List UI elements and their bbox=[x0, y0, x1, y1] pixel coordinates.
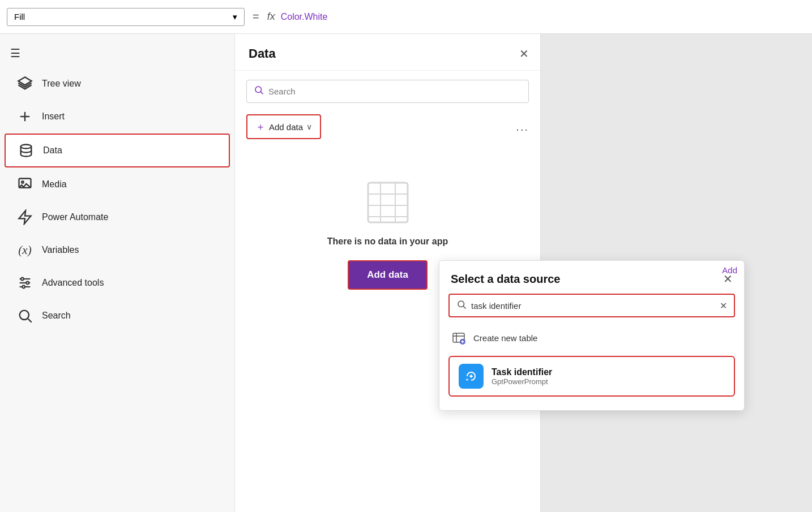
sidebar-item-label-data: Data bbox=[43, 145, 62, 156]
svg-point-12 bbox=[22, 286, 25, 289]
media-icon bbox=[17, 177, 33, 192]
add-data-large-button[interactable]: Add data bbox=[348, 260, 428, 290]
data-search-input[interactable] bbox=[268, 87, 522, 96]
select-source-search-container: ✕ bbox=[448, 294, 735, 317]
select-source-panel: Select a data source ✕ ✕ bbox=[439, 260, 745, 411]
sidebar-item-label-variables: Variables bbox=[42, 245, 79, 255]
task-identifier-icon bbox=[459, 364, 484, 389]
sidebar-item-power-automate[interactable]: Power Automate bbox=[5, 201, 230, 233]
add-data-chevron-icon: ∨ bbox=[306, 122, 312, 131]
data-search-icon bbox=[254, 85, 264, 98]
layers-icon bbox=[17, 76, 33, 92]
svg-text:(x): (x) bbox=[18, 243, 31, 257]
sidebar-item-advanced-tools[interactable]: Advanced tools bbox=[5, 267, 230, 299]
svg-line-14 bbox=[28, 319, 31, 322]
sidebar-item-data[interactable]: Data bbox=[5, 134, 230, 167]
svg-point-23 bbox=[458, 301, 464, 307]
data-panel-close-button[interactable]: ✕ bbox=[519, 47, 529, 61]
select-source-title: Select a data source bbox=[451, 273, 560, 286]
sidebar-item-variables[interactable]: (x) Variables bbox=[5, 234, 230, 266]
select-source-search-icon bbox=[456, 299, 467, 312]
formula-bar: Fill ▾ = fx Color.White bbox=[0, 0, 812, 34]
more-options-button[interactable]: ... bbox=[516, 121, 529, 134]
data-search-container bbox=[246, 80, 529, 103]
svg-point-15 bbox=[255, 87, 262, 93]
task-identifier-name: Task identifier bbox=[492, 367, 552, 377]
tools-icon bbox=[17, 275, 33, 291]
svg-point-3 bbox=[21, 145, 32, 149]
select-source-search-input[interactable] bbox=[471, 301, 720, 311]
task-identifier-result[interactable]: Task identifier GptPowerPrompt bbox=[448, 356, 735, 397]
variable-icon: (x) bbox=[17, 242, 33, 258]
fx-label: fx bbox=[267, 11, 275, 23]
create-table-label: Create new table bbox=[473, 333, 537, 343]
add-data-plus-icon: ＋ bbox=[255, 120, 266, 134]
svg-point-5 bbox=[22, 181, 24, 183]
sidebar-item-label-media: Media bbox=[42, 179, 67, 190]
sidebar-item-insert[interactable]: Insert bbox=[5, 101, 230, 132]
sidebar-item-label-insert: Insert bbox=[42, 111, 65, 122]
task-identifier-sub: GptPowerPrompt bbox=[492, 377, 552, 386]
property-dropdown[interactable]: Fill ▾ bbox=[7, 8, 245, 26]
formula-value[interactable]: Color.White bbox=[281, 12, 328, 22]
sidebar-item-search[interactable]: Search bbox=[5, 300, 230, 332]
cylinder-icon bbox=[18, 143, 34, 158]
add-data-dropdown-button[interactable]: ＋ Add data ∨ bbox=[246, 114, 321, 139]
equals-sign: = bbox=[253, 10, 259, 23]
sidebar-item-label-advanced-tools: Advanced tools bbox=[42, 278, 104, 288]
select-source-header: Select a data source ✕ bbox=[439, 261, 744, 294]
sidebar-item-label-tree-view: Tree view bbox=[42, 79, 81, 89]
svg-line-16 bbox=[260, 92, 263, 94]
svg-point-10 bbox=[21, 278, 24, 281]
lightning-icon bbox=[17, 209, 33, 225]
sidebar-item-media[interactable]: Media bbox=[5, 169, 230, 200]
svg-line-24 bbox=[463, 306, 465, 308]
svg-point-13 bbox=[20, 311, 29, 320]
add-data-label: Add data bbox=[269, 122, 303, 132]
hamburger-menu-icon[interactable]: ☰ bbox=[0, 40, 234, 67]
task-identifier-info: Task identifier GptPowerPrompt bbox=[492, 367, 552, 386]
sidebar-item-label-search: Search bbox=[42, 311, 71, 321]
sidebar-item-tree-view[interactable]: Tree view bbox=[5, 68, 230, 100]
select-source-clear-button[interactable]: ✕ bbox=[720, 300, 727, 311]
dropdown-chevron-icon: ▾ bbox=[233, 12, 237, 22]
main-content: Data ✕ ＋ Add data ∨ ... bbox=[235, 34, 812, 512]
property-dropdown-label: Fill bbox=[14, 12, 25, 21]
search-icon bbox=[17, 308, 33, 324]
create-new-table-row[interactable]: Create new table bbox=[439, 324, 744, 351]
sidebar: ☰ Tree view Insert bbox=[0, 34, 235, 512]
plus-icon bbox=[17, 109, 33, 124]
data-panel-header: Data ✕ bbox=[235, 34, 540, 71]
data-empty-icon bbox=[365, 180, 411, 225]
svg-point-11 bbox=[26, 282, 29, 285]
sidebar-item-label-power-automate: Power Automate bbox=[42, 212, 108, 222]
data-panel-toolbar: ＋ Add data ∨ ... bbox=[235, 112, 540, 146]
add-link[interactable]: Add bbox=[715, 261, 744, 279]
data-empty-text: There is no data in your app bbox=[327, 236, 448, 247]
create-table-icon bbox=[451, 330, 467, 346]
data-panel-title: Data bbox=[249, 46, 276, 61]
